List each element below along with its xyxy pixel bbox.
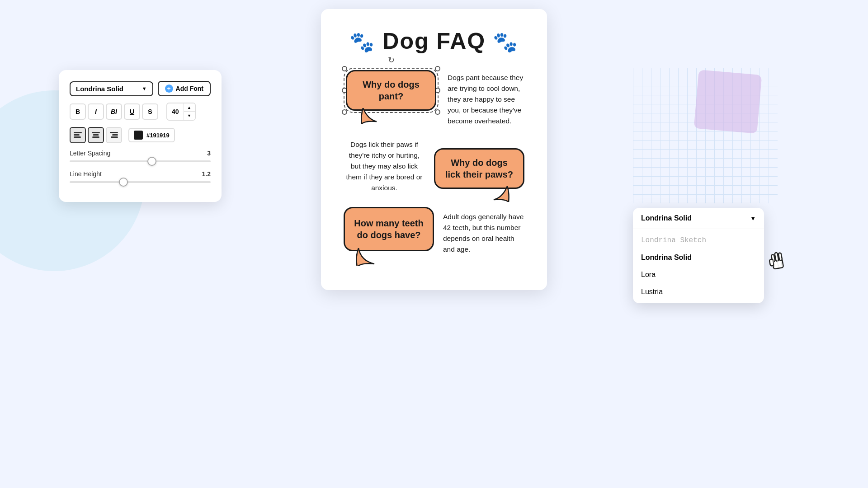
font-selector[interactable]: Londrina Solid ▼ bbox=[70, 81, 153, 96]
speech-bubble-1[interactable]: Why do dogs pant? bbox=[346, 70, 436, 111]
italic-button[interactable]: I bbox=[88, 103, 104, 120]
line-height-thumb[interactable] bbox=[119, 178, 128, 187]
font-option-lora: Lora bbox=[641, 271, 656, 278]
svg-rect-5 bbox=[92, 136, 99, 138]
add-font-button[interactable]: + Add Font bbox=[158, 81, 211, 96]
font-option-londrina-solid: Londrina Solid bbox=[641, 253, 692, 261]
font-size-up-button[interactable]: ▲ bbox=[184, 103, 195, 112]
align-center-button[interactable] bbox=[88, 127, 104, 143]
speech-bubble-text-1: Why do dogs pant? bbox=[356, 79, 426, 102]
bold-button[interactable]: B bbox=[70, 103, 86, 120]
hand-cursor-svg bbox=[763, 247, 790, 274]
speech-bubble-text-3: How many teeth do dogs have? bbox=[353, 217, 425, 241]
infographic-title-text: Dog FAQ bbox=[382, 28, 493, 54]
line-height-value: 1.2 bbox=[202, 170, 211, 178]
paw-icon-right: 🐾 bbox=[493, 31, 519, 53]
add-font-label: Add Font bbox=[176, 85, 203, 92]
line-height-control: Line Height 1.2 bbox=[70, 170, 211, 183]
letter-spacing-thumb[interactable] bbox=[147, 157, 156, 166]
speech-bubble-3[interactable]: How many teeth do dogs have? bbox=[344, 207, 434, 251]
svg-rect-2 bbox=[74, 136, 81, 138]
selection-handle-tr[interactable] bbox=[435, 66, 440, 71]
cursor-hand-icon bbox=[763, 247, 791, 278]
bold-italic-button[interactable]: BI bbox=[106, 103, 122, 120]
align-center-icon bbox=[92, 132, 100, 138]
infographic-title: 🐾 Dog FAQ 🐾 bbox=[344, 27, 524, 54]
faq-bubble-selected-wrapper[interactable]: ↻ Why do dogs pant? bbox=[344, 68, 439, 113]
font-option-lustria: Lustria bbox=[641, 288, 663, 296]
dropdown-selected-font: Londrina Solid bbox=[641, 214, 692, 222]
paw-icon-left: 🐾 bbox=[349, 31, 375, 53]
svg-rect-12 bbox=[778, 253, 783, 261]
bubble-tail-1 bbox=[361, 108, 383, 124]
svg-rect-7 bbox=[112, 134, 118, 136]
selection-handle-bl[interactable] bbox=[342, 109, 347, 115]
bubble-tail-3 bbox=[356, 248, 383, 266]
font-size-down-button[interactable]: ▼ bbox=[184, 112, 195, 120]
color-hex-value: #191919 bbox=[146, 132, 170, 139]
align-left-button[interactable] bbox=[70, 127, 86, 143]
bubble-tail-2 bbox=[487, 186, 509, 202]
dropdown-item-lora[interactable]: Lora bbox=[633, 266, 764, 283]
dropdown-header[interactable]: Londrina Solid ▼ bbox=[633, 208, 764, 229]
color-picker-button[interactable]: #191919 bbox=[128, 128, 175, 142]
line-height-track[interactable] bbox=[70, 181, 211, 183]
strikethrough-button[interactable]: S bbox=[142, 103, 158, 120]
dropdown-item-lustria[interactable]: Lustria bbox=[633, 283, 764, 300]
faq-bubble-wrapper-1: ↻ Why do dogs pant? bbox=[344, 68, 439, 113]
align-right-icon bbox=[110, 132, 118, 138]
svg-rect-4 bbox=[93, 134, 99, 136]
dropdown-item-londrina-sketch[interactable]: Londrina Sketch bbox=[633, 232, 764, 249]
svg-rect-13 bbox=[769, 259, 774, 266]
faq-bubble-wrapper-2: Why do dogs lick their paws? bbox=[434, 148, 524, 189]
font-selector-label: Londrina Solid bbox=[76, 85, 123, 93]
bg-decoration-rect bbox=[694, 70, 762, 134]
svg-rect-0 bbox=[74, 132, 82, 133]
faq-answer-1: Dogs pant because they are trying to coo… bbox=[448, 68, 524, 127]
infographic-card: 🐾 Dog FAQ 🐾 ↻ bbox=[321, 9, 547, 290]
speech-bubble-2[interactable]: Why do dogs lick their paws? bbox=[434, 148, 524, 189]
faq-bubble-wrapper-3: How many teeth do dogs have? bbox=[344, 207, 434, 251]
letter-spacing-control: Letter Spacing 3 bbox=[70, 150, 211, 162]
svg-rect-8 bbox=[111, 136, 118, 138]
format-buttons-group: B I BI U S bbox=[70, 103, 158, 120]
font-selector-chevron: ▼ bbox=[142, 86, 147, 91]
font-option-londrina-sketch: Londrina Sketch bbox=[641, 236, 706, 244]
rotate-handle[interactable]: ↻ bbox=[388, 55, 395, 65]
dropdown-list: Londrina Sketch Londrina Solid Lora Lust… bbox=[633, 229, 764, 303]
svg-rect-6 bbox=[110, 132, 118, 133]
selection-handle-tl[interactable] bbox=[342, 66, 347, 71]
dropdown-item-londrina-solid[interactable]: Londrina Solid bbox=[633, 249, 764, 266]
text-formatting-panel: Londrina Solid ▼ + Add Font B I BI U S 4… bbox=[59, 70, 222, 202]
dropdown-chevron-icon: ▼ bbox=[750, 215, 756, 222]
align-left-icon bbox=[74, 132, 82, 138]
letter-spacing-value: 3 bbox=[207, 150, 211, 157]
faq-answer-3: Adult dogs generally have 42 teeth, but … bbox=[443, 207, 524, 255]
align-right-button[interactable] bbox=[106, 127, 122, 143]
faq-row-2: Why do dogs lick their paws? Dogs lick t… bbox=[344, 139, 524, 193]
faq-row-1: ↻ Why do dogs pant? bbox=[344, 68, 524, 127]
align-buttons-group bbox=[70, 127, 122, 143]
underline-button[interactable]: U bbox=[124, 103, 140, 120]
font-dropdown-panel: Londrina Solid ▼ Londrina Sketch Londrin… bbox=[633, 208, 764, 303]
plus-icon: + bbox=[165, 84, 173, 93]
font-size-arrows: ▲ ▼ bbox=[184, 103, 195, 120]
svg-rect-1 bbox=[74, 134, 80, 136]
speech-bubble-text-2: Why do dogs lick their paws? bbox=[444, 157, 514, 180]
infographic-container: 🐾 Dog FAQ 🐾 ↻ bbox=[321, 9, 547, 290]
selection-handle-br[interactable] bbox=[435, 109, 440, 115]
svg-rect-3 bbox=[92, 132, 100, 133]
faq-row-3: How many teeth do dogs have? Adult dogs … bbox=[344, 207, 524, 255]
line-height-label: Line Height bbox=[70, 170, 102, 178]
letter-spacing-track[interactable] bbox=[70, 160, 211, 162]
letter-spacing-label: Letter Spacing bbox=[70, 150, 110, 157]
color-swatch bbox=[134, 131, 143, 140]
faq-answer-2: Dogs lick their paws if they're itchy or… bbox=[344, 139, 425, 193]
font-size-control: 40 ▲ ▼ bbox=[166, 103, 196, 121]
font-size-value: 40 bbox=[167, 107, 184, 116]
